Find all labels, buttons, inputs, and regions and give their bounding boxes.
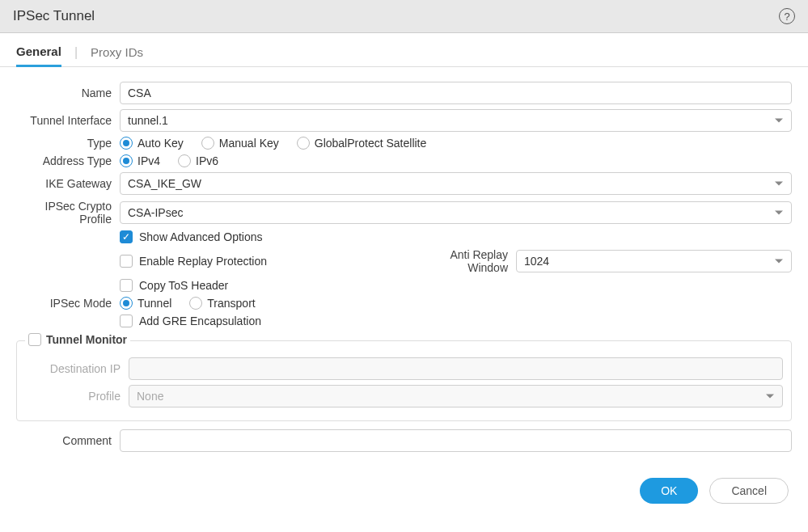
form-area: Name CSA Tunnel Interface tunnel.1 Type <box>0 67 808 463</box>
label-name: Name <box>16 87 120 99</box>
anti-replay-window-value: 1024 <box>524 255 549 268</box>
profile-value: None <box>137 390 163 403</box>
tab-proxy-ids[interactable]: Proxy IDs <box>91 45 143 65</box>
label-type: Type <box>16 137 120 150</box>
radio-dot-icon <box>120 154 133 167</box>
label-profile: Profile <box>25 390 129 403</box>
checkbox-copy-tos-header[interactable]: Copy ToS Header <box>120 279 228 292</box>
ike-gateway-select[interactable]: CSA_IKE_GW <box>120 172 792 195</box>
radio-label: GlobalProtect Satellite <box>315 137 427 150</box>
label-address-type: Address Type <box>16 154 120 167</box>
checkbox-add-gre-encapsulation[interactable]: Add GRE Encapsulation <box>120 315 261 327</box>
radio-label: Auto Key <box>137 137 184 150</box>
radio-addr-ipv6[interactable]: IPv6 <box>178 154 218 167</box>
checkbox-box-icon <box>120 315 133 327</box>
ike-gateway-value: CSA_IKE_GW <box>128 177 201 190</box>
tab-bar: General | Proxy IDs <box>0 33 808 67</box>
chevron-down-icon <box>775 211 783 215</box>
help-icon[interactable]: ? <box>779 8 795 24</box>
profile-select: None <box>129 385 783 407</box>
ok-button[interactable]: OK <box>640 478 698 504</box>
checkbox-box-icon <box>28 333 41 346</box>
label-tunnel-interface: Tunnel Interface <box>16 114 120 127</box>
dialog-header: IPSec Tunnel ? <box>0 0 808 33</box>
radio-mode-transport[interactable]: Transport <box>189 297 255 310</box>
label-comment: Comment <box>16 434 120 447</box>
radio-mode-tunnel[interactable]: Tunnel <box>120 297 171 310</box>
radio-dot-icon <box>189 297 202 310</box>
tunnel-monitor-legend: Tunnel Monitor <box>25 333 130 346</box>
checkbox-tunnel-monitor[interactable] <box>28 333 41 346</box>
tab-general[interactable]: General <box>16 44 61 67</box>
tunnel-monitor-label: Tunnel Monitor <box>46 333 127 346</box>
checkbox-label: Add GRE Encapsulation <box>139 315 261 327</box>
checkbox-box-icon <box>120 255 133 268</box>
radio-label: Tunnel <box>137 297 171 310</box>
ipsec-crypto-profile-value: CSA-IPsec <box>128 206 183 219</box>
anti-replay-window-select[interactable]: 1024 <box>516 250 792 272</box>
cancel-button[interactable]: Cancel <box>709 478 789 504</box>
dialog-footer: OK Cancel <box>0 463 808 521</box>
checkbox-enable-replay-protection[interactable]: Enable Replay Protection <box>120 255 267 268</box>
radio-dot-icon <box>178 154 191 167</box>
chevron-down-icon <box>775 182 783 186</box>
checkbox-show-advanced[interactable]: ✓ Show Advanced Options <box>120 230 263 243</box>
label-ike-gateway: IKE Gateway <box>16 177 120 190</box>
dialog-title: IPSec Tunnel <box>13 8 95 24</box>
radio-type-manual-key[interactable]: Manual Key <box>201 137 279 150</box>
chevron-down-icon <box>775 119 783 123</box>
radio-label: IPv6 <box>196 154 218 167</box>
label-ipsec-crypto-profile: IPSec Crypto Profile <box>16 200 120 226</box>
tab-separator: | <box>74 45 78 66</box>
ipsec-crypto-profile-select[interactable]: CSA-IPsec <box>120 201 792 224</box>
radio-dot-icon <box>297 137 310 150</box>
radio-dot-icon <box>120 297 133 310</box>
checkbox-box-icon <box>120 279 133 292</box>
checkbox-label: Show Advanced Options <box>139 230 263 243</box>
ipsec-tunnel-dialog: IPSec Tunnel ? General | Proxy IDs Name … <box>0 0 808 521</box>
tunnel-interface-value: tunnel.1 <box>128 114 168 127</box>
chevron-down-icon <box>775 260 783 264</box>
radio-label: IPv4 <box>137 154 160 167</box>
label-anti-replay-window: Anti Replay Window <box>411 248 516 274</box>
tunnel-monitor-fieldset: Tunnel Monitor Destination IP Profile No… <box>16 340 792 421</box>
radio-addr-ipv4[interactable]: IPv4 <box>120 154 160 167</box>
radio-label: Manual Key <box>219 137 279 150</box>
name-input[interactable]: CSA <box>120 82 792 104</box>
label-ipsec-mode: IPSec Mode <box>16 297 120 310</box>
checkmark-icon: ✓ <box>120 230 133 243</box>
radio-label: Transport <box>207 297 255 310</box>
checkbox-label: Copy ToS Header <box>139 279 228 292</box>
radio-type-auto-key[interactable]: Auto Key <box>120 137 184 150</box>
comment-input[interactable] <box>120 429 792 452</box>
radio-dot-icon <box>120 137 133 150</box>
tunnel-interface-select[interactable]: tunnel.1 <box>120 109 792 132</box>
checkbox-label: Enable Replay Protection <box>139 255 267 268</box>
label-destination-ip: Destination IP <box>25 362 129 375</box>
name-value: CSA <box>128 87 151 99</box>
radio-type-gp-satellite[interactable]: GlobalProtect Satellite <box>297 137 427 150</box>
chevron-down-icon <box>766 395 774 399</box>
destination-ip-input <box>129 357 783 380</box>
radio-dot-icon <box>201 137 214 150</box>
